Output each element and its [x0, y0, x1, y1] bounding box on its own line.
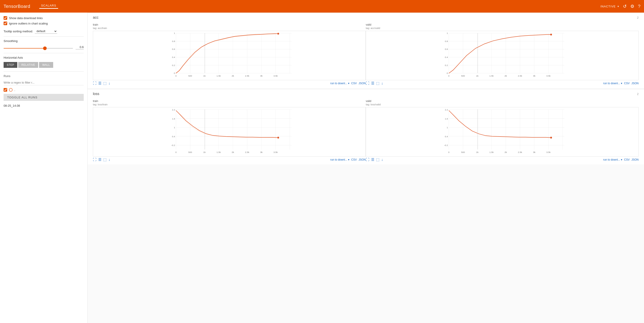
header-nav: SCALARS: [39, 4, 58, 9]
loss-section-count: 2: [637, 92, 638, 96]
svg-text:2.5k: 2.5k: [518, 151, 522, 153]
svg-text:0: 0: [447, 72, 448, 74]
acc-valid-svg: 1 0.8 0.6 0.4 0.2 0 0 500 1k: [366, 31, 638, 80]
svg-text:0: 0: [448, 151, 450, 153]
acc-valid-expand-icon[interactable]: ⛶: [366, 81, 369, 85]
svg-text:0: 0: [448, 75, 450, 77]
svg-text:1.5k: 1.5k: [216, 75, 221, 77]
nav-scalars[interactable]: SCALARS: [39, 4, 58, 9]
acc-valid-run-dropdown[interactable]: run to downl... ▾: [603, 82, 622, 85]
acc-valid-download-icon[interactable]: ↓: [381, 81, 383, 85]
svg-text:1: 1: [174, 126, 175, 129]
svg-text:3.5k: 3.5k: [546, 75, 551, 77]
loss-valid-menu-icon[interactable]: ☰: [371, 157, 374, 162]
axis-step-button[interactable]: STEP: [4, 62, 17, 68]
acc-valid-title: valid: [366, 23, 638, 26]
svg-text:2k: 2k: [232, 75, 234, 77]
svg-point-29: [277, 33, 279, 35]
svg-text:3.5k: 3.5k: [546, 151, 551, 153]
svg-text:2k: 2k: [232, 151, 234, 153]
svg-text:2.5k: 2.5k: [518, 75, 522, 77]
loss-valid-csv-btn[interactable]: CSV: [624, 158, 630, 161]
loss-train-csv-btn[interactable]: CSV: [351, 158, 357, 161]
svg-text:0.2: 0.2: [172, 64, 175, 67]
acc-valid-chart: valid tag: acc/valid: [366, 23, 638, 87]
acc-valid-chart-area: 1 0.8 0.6 0.4 0.2 0 0 500 1k: [366, 31, 638, 80]
run-checkbox[interactable]: [4, 88, 7, 92]
acc-section-header: acc 2: [88, 13, 644, 21]
loss-valid-toolbar: ⛶ ☰ ⬚ ↓ run to downl... ▾ CSV JSON: [366, 157, 638, 164]
ignore-outliers-checkbox[interactable]: [4, 22, 7, 25]
svg-text:1: 1: [174, 32, 175, 34]
show-download-links-checkbox[interactable]: [4, 16, 7, 20]
tooltip-sorting-row: Tooltip sorting method: default: [4, 29, 84, 34]
svg-text:0.4: 0.4: [172, 56, 175, 58]
svg-text:0.4: 0.4: [445, 56, 448, 58]
axis-wall-button[interactable]: WALL: [39, 62, 53, 68]
settings-icon[interactable]: ⚙: [630, 4, 634, 9]
smoothing-row: 0.6: [4, 45, 84, 50]
loss-valid-expand-icon[interactable]: ⛶: [366, 158, 369, 162]
acc-charts-row: train tag: acc/train: [88, 21, 644, 88]
divider-2: [4, 53, 84, 53]
acc-train-csv-btn[interactable]: CSV: [351, 82, 357, 85]
loss-train-selection-icon[interactable]: ⬚: [103, 157, 106, 162]
runs-filter-input[interactable]: [4, 80, 84, 85]
loss-train-menu-icon[interactable]: ☰: [98, 157, 102, 162]
loss-train-run-dropdown[interactable]: run to downl... ▾: [330, 158, 350, 161]
display-options: Show data download links Ignore outliers…: [4, 16, 84, 25]
loss-valid-run-dropdown[interactable]: run to downl... ▾: [603, 158, 622, 161]
horizontal-axis-section: Horizontal Axis STEP RELATIVE WALL: [4, 56, 84, 68]
runs-section: Runs . TOGGLE ALL RUNS 08-25_14.08: [4, 74, 84, 107]
acc-train-json-btn[interactable]: JSON: [358, 82, 366, 85]
smoothing-slider[interactable]: [4, 48, 73, 49]
loss-train-download-icon[interactable]: ↓: [108, 158, 110, 162]
acc-train-chart: train tag: acc/train: [93, 23, 366, 87]
layout: Show data download links Ignore outliers…: [0, 13, 644, 323]
run-name-label: .: [14, 88, 15, 92]
app-logo: TensorBoard: [4, 4, 30, 9]
svg-text:0.6: 0.6: [172, 48, 175, 50]
svg-text:-0.2: -0.2: [171, 144, 175, 146]
status-selector[interactable]: INACTIVE ▼: [600, 5, 619, 8]
svg-text:1.5k: 1.5k: [216, 151, 221, 153]
loss-valid-svg: 2.2 1.6 1 0.4 -0.2 0 500 1k 1.5k: [366, 107, 638, 156]
axis-relative-button[interactable]: RELATIVE: [18, 62, 38, 68]
loss-train-chart: train tag: loss/train: [93, 100, 366, 164]
loss-valid-json-btn[interactable]: JSON: [632, 158, 638, 161]
acc-train-chart-area: 1 0.8 0.6 0.4 0.2 0 0 500 1: [93, 31, 366, 80]
divider-1: [4, 36, 84, 37]
svg-text:1k: 1k: [476, 75, 478, 77]
acc-section-count: 2: [637, 16, 638, 19]
loss-section-header: loss 2: [88, 89, 644, 98]
svg-text:0.4: 0.4: [445, 135, 448, 138]
loss-train-json-btn[interactable]: JSON: [358, 158, 366, 161]
refresh-icon[interactable]: ↺: [623, 4, 627, 9]
svg-text:1k: 1k: [203, 151, 206, 153]
tooltip-sorting-select[interactable]: default: [35, 29, 57, 34]
expand-icon[interactable]: ⛶: [93, 81, 96, 85]
run-circle-icon: [9, 88, 12, 92]
toggle-all-runs-button[interactable]: TOGGLE ALL RUNS: [4, 94, 84, 101]
download-icon[interactable]: ↓: [108, 81, 110, 85]
acc-train-run-dropdown[interactable]: run to downl... ▾: [330, 82, 350, 85]
svg-text:1.6: 1.6: [172, 118, 175, 120]
run-date: 08-25_14.08: [4, 104, 84, 107]
svg-text:500: 500: [188, 151, 192, 153]
acc-valid-menu-icon[interactable]: ☰: [371, 81, 374, 85]
svg-text:1: 1: [447, 126, 448, 129]
svg-text:3k: 3k: [260, 151, 262, 153]
acc-valid-json-btn[interactable]: JSON: [632, 82, 638, 85]
svg-text:0.6: 0.6: [445, 48, 448, 50]
selection-icon[interactable]: ⬚: [103, 81, 106, 85]
acc-train-toolbar: ⛶ ☰ ⬚ ↓ run to downl... ▾ CSV JSON: [93, 80, 366, 87]
svg-point-89: [277, 137, 279, 139]
divider-3: [4, 71, 84, 72]
loss-valid-selection-icon[interactable]: ⬚: [376, 157, 380, 162]
menu-icon[interactable]: ☰: [98, 81, 102, 85]
help-icon[interactable]: ?: [638, 4, 640, 9]
acc-valid-csv-btn[interactable]: CSV: [624, 82, 630, 85]
acc-valid-selection-icon[interactable]: ⬚: [376, 81, 380, 85]
loss-valid-download-icon[interactable]: ↓: [381, 158, 383, 162]
loss-train-expand-icon[interactable]: ⛶: [93, 158, 96, 162]
